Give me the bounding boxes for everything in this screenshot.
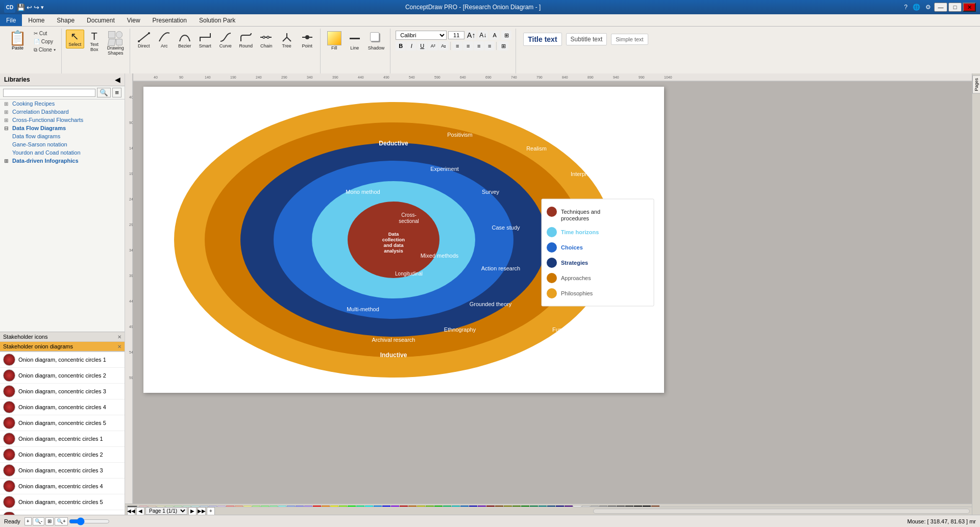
- subtitle-text-button[interactable]: Subtitle text: [566, 33, 607, 45]
- side-tab-pages[interactable]: Pages: [972, 76, 981, 94]
- bold-btn[interactable]: B: [396, 41, 406, 51]
- library-search-btn[interactable]: 🔍: [97, 88, 111, 97]
- svg-text:and data: and data: [383, 242, 404, 248]
- more-text-btn[interactable]: ⊞: [501, 31, 511, 40]
- status-add-btn[interactable]: +: [24, 517, 32, 525]
- svg-text:940: 940: [613, 76, 619, 79]
- lib-item-correlation[interactable]: ⊞ Correlation Dashboard: [0, 108, 125, 116]
- stencil-item-5[interactable]: Onion diagram, eccentric circles 1: [0, 431, 125, 447]
- font-grow-btn[interactable]: A↑: [466, 31, 476, 40]
- lib-item-crossfunctional[interactable]: ⊞ Cross-Functional Flowcharts: [0, 116, 125, 124]
- save-btn[interactable]: 💾: [17, 4, 25, 11]
- stencil-item-6[interactable]: Onion diagram, eccentric circles 2: [0, 447, 125, 463]
- direct-connector-button[interactable]: Direct: [134, 30, 154, 50]
- fill-button[interactable]: Fill: [325, 30, 344, 52]
- menu-solution-park[interactable]: Solution Park: [193, 14, 241, 26]
- stencil-item-9[interactable]: Onion diagram, eccentric circles 5: [0, 494, 125, 510]
- paste-button[interactable]: 📋 Paste: [5, 30, 30, 52]
- lib-sub-dataflow3[interactable]: Yourdon and Coad notation: [0, 148, 125, 157]
- menu-home[interactable]: Home: [22, 14, 51, 26]
- stencil-tab-stakeholder[interactable]: Stakeholder icons ✕: [0, 332, 125, 342]
- diagram-canvas[interactable]: Positivism Realism Interpretivism Object…: [143, 87, 664, 393]
- undo-btn[interactable]: ↩: [27, 4, 32, 11]
- zoom-slider[interactable]: [69, 517, 110, 525]
- tree-connector-button[interactable]: Tree: [277, 30, 297, 50]
- settings-btn[interactable]: ⚙: [923, 3, 933, 12]
- copy-button[interactable]: 📄 Copy: [31, 38, 58, 45]
- status-zoom-out[interactable]: 🔍-: [33, 517, 44, 525]
- close-btn[interactable]: ✕: [963, 3, 976, 12]
- maximize-btn[interactable]: □: [948, 3, 962, 12]
- superscript-btn[interactable]: A²: [428, 41, 438, 51]
- select-button[interactable]: ↖ Select: [66, 30, 84, 48]
- stencil-tab-onion[interactable]: Stakeholder onion diagrams ✕: [0, 342, 125, 352]
- simple-text-button[interactable]: Simple text: [611, 34, 648, 45]
- cut-button[interactable]: ✂ Cut: [31, 30, 58, 37]
- menu-view[interactable]: View: [121, 14, 146, 26]
- stencil-item-8[interactable]: Onion diagram, eccentric circles 4: [0, 479, 125, 494]
- chain-connector-button[interactable]: Chain: [257, 30, 276, 50]
- stencil-item-0[interactable]: Onion diagram, concentric circles 1: [0, 352, 125, 368]
- stencil-item-4[interactable]: Onion diagram, concentric circles 5: [0, 415, 125, 431]
- font-dropdown[interactable]: Calibri: [396, 31, 447, 40]
- page-select[interactable]: Page 1 (1/1): [145, 507, 187, 515]
- align-justify-btn[interactable]: ≡: [484, 41, 495, 51]
- lib-sub-dataflow2[interactable]: Gane-Sarson notation: [0, 140, 125, 148]
- minimize-btn[interactable]: —: [934, 3, 947, 12]
- menu-file[interactable]: File: [0, 14, 22, 26]
- menu-shape[interactable]: Shape: [51, 14, 81, 26]
- menu-presentation[interactable]: Presentation: [146, 14, 193, 26]
- help-btn[interactable]: ?: [902, 3, 910, 12]
- font-color-btn[interactable]: A: [489, 31, 500, 40]
- library-options-btn[interactable]: ≡: [112, 88, 121, 97]
- lib-item-cooking[interactable]: ⊞ Cooking Recipes: [0, 99, 125, 108]
- text-box-button[interactable]: T Text Box: [85, 30, 104, 54]
- arc-connector-button[interactable]: Arc: [155, 30, 174, 50]
- align-center-btn[interactable]: ≡: [463, 41, 473, 51]
- font-shrink-btn[interactable]: A↓: [478, 31, 488, 40]
- nav-prev[interactable]: ◀: [136, 507, 144, 515]
- bezier-connector-button[interactable]: Bezier: [175, 30, 194, 50]
- stencil-item-2[interactable]: Onion diagram, concentric circles 3: [0, 384, 125, 399]
- status-zoom-fit[interactable]: ⊞: [45, 517, 54, 525]
- align-left-btn[interactable]: ≡: [452, 41, 462, 51]
- stencil-item-3[interactable]: Onion diagram, concentric circles 4: [0, 399, 125, 415]
- stencil-item-7[interactable]: Onion diagram, eccentric circles 3: [0, 463, 125, 479]
- add-page[interactable]: +: [207, 507, 215, 515]
- point-connector-button[interactable]: Point: [298, 30, 317, 50]
- italic-btn[interactable]: I: [406, 41, 416, 51]
- text-more-btn[interactable]: ⊞: [498, 41, 508, 51]
- clone-button[interactable]: ⧉ Clone ▾: [31, 46, 58, 54]
- subscript-btn[interactable]: A₂: [438, 41, 449, 51]
- redo-btn[interactable]: ↪: [34, 4, 39, 11]
- nav-first[interactable]: ◀◀: [127, 507, 135, 515]
- title-text-button[interactable]: Title text: [523, 33, 561, 46]
- line-button[interactable]: Line: [345, 30, 364, 52]
- stencil-tab-onion-close[interactable]: ✕: [117, 344, 121, 349]
- canvas-scroll[interactable]: Positivism Realism Interpretivism Object…: [133, 82, 972, 507]
- drawing-shapes-button[interactable]: Drawing Shapes: [105, 30, 127, 57]
- smart-connector-button[interactable]: Smart: [195, 30, 215, 50]
- align-right-btn[interactable]: ≡: [474, 41, 484, 51]
- internet-btn[interactable]: 🌐: [911, 3, 922, 12]
- stencil-tab-stakeholder-close[interactable]: ✕: [117, 334, 121, 340]
- round-connector-button[interactable]: Round: [236, 30, 256, 50]
- underline-btn[interactable]: U: [417, 41, 427, 51]
- svg-point-93: [547, 273, 557, 283]
- shadow-button[interactable]: Shadow: [365, 30, 387, 52]
- stencil-item-1[interactable]: Onion diagram, concentric circles 2: [0, 368, 125, 384]
- stencil-item-10[interactable]: Onion diagram, concentric ellipses 1: [0, 510, 125, 515]
- curve-connector-button[interactable]: Curve: [216, 30, 235, 50]
- font-size-input[interactable]: [448, 31, 464, 39]
- scroll-bar-track[interactable]: [593, 509, 970, 514]
- nav-last[interactable]: ▶▶: [198, 507, 206, 515]
- lib-sub-dataflow1[interactable]: Data flow diagrams: [0, 132, 125, 140]
- status-zoom-in[interactable]: 🔍+: [55, 517, 68, 525]
- lib-item-infographics[interactable]: ⊞ Data-driven Infographics: [0, 157, 125, 165]
- library-search-input[interactable]: [3, 89, 95, 97]
- menu-document[interactable]: Document: [81, 14, 121, 26]
- libraries-toggle[interactable]: ◀: [115, 76, 120, 84]
- nav-next[interactable]: ▶: [188, 507, 197, 515]
- horizontal-scrollbar[interactable]: ◀◀ ◀ Page 1 (1/1) ▶ ▶▶ +: [125, 507, 972, 515]
- lib-item-dataflow[interactable]: ⊟ Data Flow Diagrams: [0, 124, 125, 132]
